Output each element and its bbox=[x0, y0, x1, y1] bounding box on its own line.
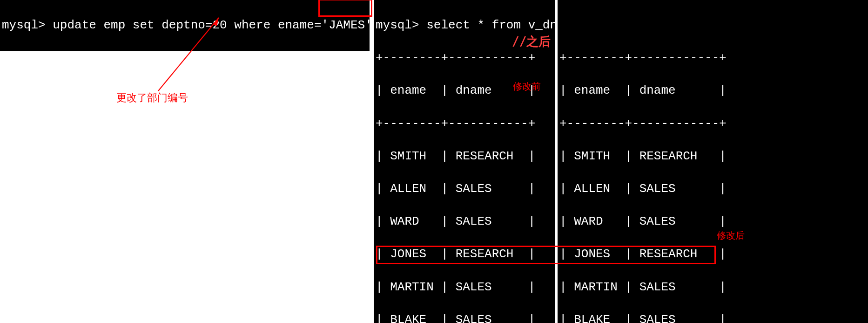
table-row: | ALLEN | SALES | bbox=[376, 181, 553, 197]
update-command-pre: update emp set deptno=20 where ename=' bbox=[53, 18, 329, 32]
table-header: | ename | dname | bbox=[559, 82, 866, 99]
table-row: | JONES | RESEARCH | bbox=[559, 246, 866, 262]
annotation-changed-dept: 更改了部门编号 bbox=[116, 91, 188, 105]
update-command-highlight: JAMES'; bbox=[329, 18, 379, 32]
table-row: | WARD | SALES | bbox=[559, 213, 866, 230]
table-sep: +--------+------------+ bbox=[559, 116, 866, 132]
annotation-after-slash: //之后 bbox=[512, 34, 551, 50]
table-row: | MARTIN | SALES | bbox=[559, 279, 866, 296]
table-sep: +--------+------------+ bbox=[559, 50, 866, 66]
right-terminal-before: +--------+------------+ | ename | dname … bbox=[558, 0, 868, 323]
mysql-prompt: mysql> bbox=[376, 18, 426, 32]
table-row: | SMITH | RESEARCH | bbox=[376, 148, 553, 165]
table-row: | MARTIN | SALES | bbox=[376, 279, 553, 296]
table-sep: +--------+-----------+ bbox=[376, 50, 553, 66]
query-result-line1: Query OK, 1 row affected (0.01 sec) bbox=[2, 50, 368, 66]
table-sep: +--------+-----------+ bbox=[376, 116, 553, 132]
table-row: | ALLEN | SALES | bbox=[559, 181, 866, 197]
table-row: | JONES | RESEARCH | bbox=[376, 246, 553, 262]
annotation-before: 修改前 bbox=[513, 80, 541, 93]
table-row: | WARD | SALES | bbox=[376, 213, 553, 230]
table-row: | SMITH | RESEARCH | bbox=[559, 148, 866, 165]
annotation-after: 修改后 bbox=[717, 229, 745, 242]
left-terminal: mysql> update emp set deptno=20 where en… bbox=[0, 0, 370, 51]
table-row: | BLAKE | SALES | bbox=[376, 312, 553, 323]
mysql-prompt: mysql> bbox=[2, 18, 53, 32]
table-row: | BLAKE | SALES | bbox=[559, 312, 866, 323]
